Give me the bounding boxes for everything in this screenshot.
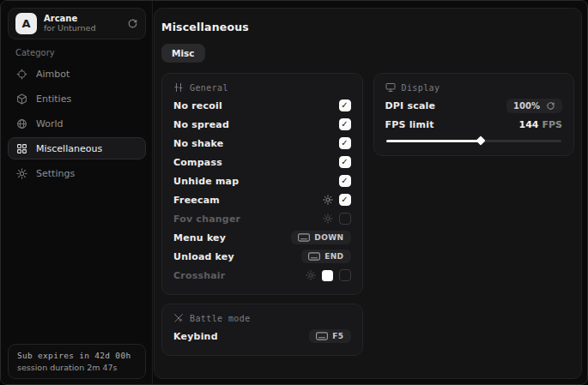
crosshair-checkbox[interactable] xyxy=(339,269,351,281)
sidebar-item-world[interactable]: World xyxy=(8,112,146,135)
unload-key-value: END xyxy=(324,252,343,261)
battle-keybind-binding[interactable]: F5 xyxy=(309,329,350,343)
keyboard-icon xyxy=(298,233,310,242)
sidebar-item-entities[interactable]: Entities xyxy=(8,87,146,110)
unhide-map-checkbox[interactable] xyxy=(339,175,351,187)
row-compass: Compass xyxy=(173,153,351,171)
sidebar: A Arcane for Unturned Category Aimbot xyxy=(1,1,153,384)
general-card-header: General xyxy=(173,82,351,93)
display-card-title: Display xyxy=(402,83,440,93)
row-label: Unhide map xyxy=(173,176,239,187)
brand-text: Arcane for Unturned xyxy=(44,14,120,33)
compass-checkbox[interactable] xyxy=(339,156,351,168)
general-card-title: General xyxy=(190,83,228,93)
sidebar-item-label: World xyxy=(36,118,64,129)
sidebar-item-label: Aimbot xyxy=(36,69,70,80)
row-label: Fov changer xyxy=(173,214,240,225)
category-label: Category xyxy=(15,48,55,57)
row-label: No recoil xyxy=(173,100,222,111)
fps-limit-slider[interactable] xyxy=(386,140,562,142)
monitor-icon xyxy=(385,82,396,93)
no-recoil-checkbox[interactable] xyxy=(339,99,351,111)
row-crosshair: Crosshair xyxy=(173,266,351,285)
fps-limit-value: 144 FPS xyxy=(519,119,562,130)
general-card: General No recoil No spread No shake xyxy=(161,73,363,295)
sub-expiry-text: Sub expires in 42d 00h xyxy=(17,351,136,360)
crosshair-color-swatch[interactable] xyxy=(322,270,333,281)
app-window: A Arcane for Unturned Category Aimbot xyxy=(0,0,588,385)
cube-icon xyxy=(16,93,27,105)
keyboard-icon xyxy=(316,332,328,340)
row-label: Crosshair xyxy=(173,270,225,281)
row-label: No shake xyxy=(173,138,223,149)
sidebar-item-miscellaneous[interactable]: Miscellaneous xyxy=(8,137,146,159)
brand-subtitle: for Unturned xyxy=(44,24,120,33)
crosshair-icon xyxy=(16,69,27,80)
row-keybind: Keybind F5 xyxy=(173,327,351,346)
row-label: Keybind xyxy=(173,331,218,342)
tab-misc[interactable]: Misc xyxy=(161,44,205,63)
display-card-header: Display xyxy=(385,82,563,93)
sidebar-nav: Aimbot Entities World xyxy=(8,63,146,187)
battle-mode-card-header: Battle mode xyxy=(173,313,351,323)
row-freecam: Freecam xyxy=(173,190,351,209)
sidebar-item-aimbot[interactable]: Aimbot xyxy=(8,63,146,85)
sync-icon[interactable] xyxy=(127,18,138,29)
unload-key-binding[interactable]: END xyxy=(301,250,350,263)
fps-slider-fill xyxy=(386,140,481,142)
display-card: Display DPI scale 100% xyxy=(373,73,575,156)
refresh-icon[interactable] xyxy=(546,101,555,111)
freecam-gear-icon[interactable] xyxy=(323,195,333,205)
row-label: FPS limit xyxy=(385,119,434,130)
sidebar-item-label: Settings xyxy=(36,168,75,179)
globe-icon xyxy=(16,118,27,129)
row-label: No spread xyxy=(173,119,229,130)
row-unhide-map: Unhide map xyxy=(173,171,351,190)
keyboard-icon xyxy=(308,252,320,261)
row-label: Menu key xyxy=(173,232,226,244)
menu-key-binding[interactable]: DOWN xyxy=(291,231,350,244)
row-no-shake: No shake xyxy=(173,134,351,153)
sidebar-item-settings[interactable]: Settings xyxy=(8,162,146,184)
row-fov-changer: Fov changer xyxy=(173,209,351,228)
row-label: Unload key xyxy=(173,251,234,262)
row-fps-limit: FPS limit 144 FPS xyxy=(385,115,563,134)
grid-icon xyxy=(16,143,27,154)
sliders-icon xyxy=(173,82,184,93)
fov-changer-checkbox[interactable] xyxy=(339,213,351,225)
fps-unit: FPS xyxy=(543,119,563,130)
row-label: DPI scale xyxy=(385,100,436,111)
fov-changer-gear-icon[interactable] xyxy=(323,214,333,224)
row-dpi-scale: DPI scale 100% xyxy=(385,96,563,115)
avatar: A xyxy=(15,13,37,34)
session-duration-text: session duration 2m 47s xyxy=(17,363,136,372)
row-no-spread: No spread xyxy=(173,115,351,134)
crosshair-gear-icon[interactable] xyxy=(306,270,316,280)
sidebar-item-label: Entities xyxy=(36,93,71,105)
page-title: Miscellaneous xyxy=(161,21,574,33)
freecam-checkbox[interactable] xyxy=(339,194,351,206)
no-spread-checkbox[interactable] xyxy=(339,118,351,130)
no-shake-checkbox[interactable] xyxy=(339,137,351,149)
tab-bar: Misc xyxy=(161,44,574,63)
brand-card: A Arcane for Unturned xyxy=(8,8,146,39)
dpi-scale-value: 100% xyxy=(513,101,540,111)
row-label: Compass xyxy=(173,157,222,168)
gear-icon xyxy=(16,168,27,179)
battle-mode-card: Battle mode Keybind F5 xyxy=(161,304,363,356)
battle-keybind-value: F5 xyxy=(332,332,343,340)
row-menu-key: Menu key DOWN xyxy=(173,228,351,247)
row-label: Freecam xyxy=(173,195,220,206)
swords-icon xyxy=(173,313,184,323)
fps-slider-thumb[interactable] xyxy=(476,135,485,145)
sidebar-item-label: Miscellaneous xyxy=(36,143,102,154)
battle-mode-card-title: Battle mode xyxy=(190,314,251,323)
main-panel: Miscellaneous Misc General xyxy=(154,8,582,379)
fps-number: 144 xyxy=(519,119,539,130)
subscription-status: Sub expires in 42d 00h session duration … xyxy=(8,344,146,379)
row-unload-key: Unload key END xyxy=(173,247,351,266)
dpi-scale-control[interactable]: 100% xyxy=(506,99,562,113)
menu-key-value: DOWN xyxy=(314,233,343,242)
row-no-recoil: No recoil xyxy=(173,96,351,115)
